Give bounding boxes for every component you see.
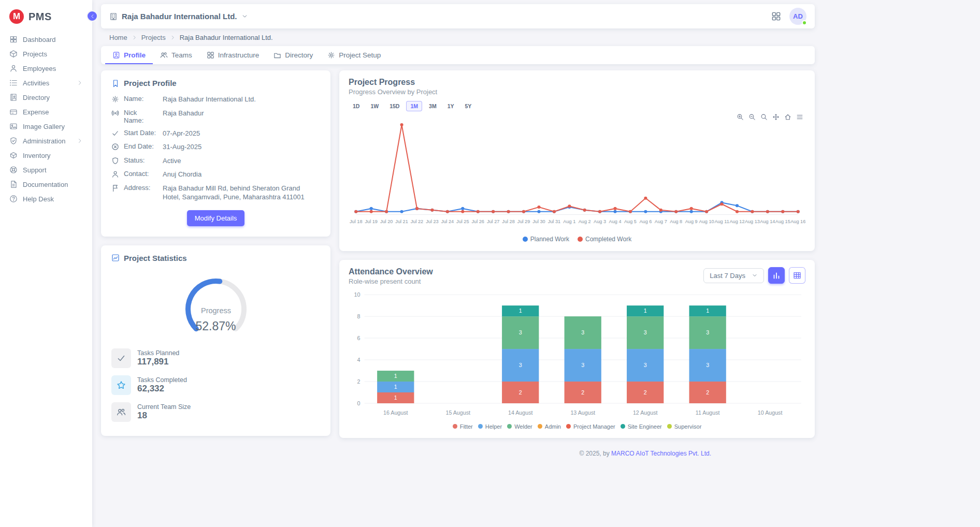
legend-item-completed-work[interactable]: Completed Work xyxy=(578,236,631,243)
user-avatar[interactable]: AD xyxy=(789,8,806,25)
chevron-down-icon xyxy=(241,13,248,20)
bar-view-button[interactable] xyxy=(768,267,785,284)
sidebar-item-dashboard[interactable]: Dashboard xyxy=(0,32,92,47)
sidebar-item-image-gallery[interactable]: Image Gallery xyxy=(0,119,92,134)
company-selector[interactable]: Raja Bahadur International Ltd. xyxy=(109,12,248,21)
zoom-in-icon[interactable] xyxy=(737,113,744,121)
employees-icon xyxy=(9,64,18,72)
profile-field-status: Status:Active xyxy=(111,156,320,166)
svg-text:3: 3 xyxy=(581,362,584,368)
home-icon[interactable] xyxy=(784,113,791,121)
shield-icon xyxy=(111,157,119,165)
svg-text:0: 0 xyxy=(357,400,360,406)
check-icon xyxy=(117,354,126,363)
sidebar-item-activities[interactable]: Activities xyxy=(0,76,92,90)
person-icon xyxy=(111,170,119,178)
sidebar-item-documentation[interactable]: Documentation xyxy=(0,177,92,192)
range-button-3m[interactable]: 3M xyxy=(425,101,441,111)
svg-text:1: 1 xyxy=(394,394,397,401)
top-header: Raja Bahadur International Ltd. AD xyxy=(101,4,815,28)
field-value: 31-Aug-2025 xyxy=(163,142,201,152)
breadcrumb-item-projects[interactable]: Projects xyxy=(141,34,166,41)
range-button-1w[interactable]: 1W xyxy=(366,101,383,111)
range-button-5y[interactable]: 5Y xyxy=(460,101,475,111)
svg-text:Aug 2: Aug 2 xyxy=(579,219,591,224)
range-button-1m[interactable]: 1M xyxy=(406,101,422,111)
table-view-button[interactable] xyxy=(789,267,805,284)
legend-item-supervisor[interactable]: Supervisor xyxy=(667,423,702,430)
sidebar-item-administration[interactable]: Administration xyxy=(0,134,92,148)
zoom-out-icon[interactable] xyxy=(748,113,756,121)
sidebar-item-label: Documentation xyxy=(23,181,68,188)
legend-label: Welder xyxy=(514,423,532,430)
sidebar-item-inventory[interactable]: Inventory xyxy=(0,148,92,163)
legend-item-project-manager[interactable]: Project Manager xyxy=(566,423,615,430)
svg-text:3: 3 xyxy=(706,362,709,368)
flag-icon xyxy=(111,184,119,192)
tab-label: Profile xyxy=(124,51,146,59)
people-icon xyxy=(117,407,126,417)
range-button-1d[interactable]: 1D xyxy=(349,101,364,111)
sidebar-item-help-desk[interactable]: Help Desk xyxy=(0,192,92,206)
svg-text:12 August: 12 August xyxy=(633,410,658,416)
range-button-15d[interactable]: 15D xyxy=(385,101,403,111)
tab-profile[interactable]: Profile xyxy=(105,46,153,64)
legend-dot xyxy=(578,237,583,242)
check-icon xyxy=(111,129,119,137)
broadcast-icon xyxy=(111,109,119,117)
sidebar-item-directory[interactable]: Directory xyxy=(0,90,92,105)
sidebar-item-projects[interactable]: Projects xyxy=(0,47,92,61)
field-label: Status: xyxy=(124,156,158,164)
sidebar-collapse-button[interactable] xyxy=(87,10,98,22)
svg-text:Jul 19: Jul 19 xyxy=(365,219,377,224)
brand[interactable]: M PMS xyxy=(0,0,92,32)
range-button-1y[interactable]: 1Y xyxy=(443,101,458,111)
legend-label: Project Manager xyxy=(573,423,615,430)
field-value: Raja Bahadur Mill Rd, behind Sheraton Gr… xyxy=(163,184,318,202)
sidebar-item-support[interactable]: Support xyxy=(0,163,92,177)
apps-grid-icon[interactable] xyxy=(771,11,781,21)
svg-text:Aug 10: Aug 10 xyxy=(699,219,714,224)
attendance-bar-chart[interactable]: 024681016 August11115 August14 August233… xyxy=(349,289,805,421)
expense-icon xyxy=(9,108,18,116)
legend-item-fitter[interactable]: Fitter xyxy=(453,423,473,430)
pan-icon[interactable] xyxy=(772,113,780,121)
modify-details-button[interactable]: Modify Details xyxy=(187,210,245,226)
dashboard-icon xyxy=(9,35,18,43)
svg-text:14 August: 14 August xyxy=(508,410,533,416)
sidebar-item-label: Expense xyxy=(23,108,49,116)
tab-project-setup[interactable]: Project Setup xyxy=(320,46,388,64)
legend-item-admin[interactable]: Admin xyxy=(538,423,561,430)
sidebar-item-expense[interactable]: Expense xyxy=(0,105,92,119)
svg-text:Aug 6: Aug 6 xyxy=(639,219,652,224)
svg-text:8: 8 xyxy=(357,313,360,319)
menu-icon[interactable] xyxy=(796,113,803,121)
field-label: Nick Name: xyxy=(124,109,158,124)
table-icon xyxy=(793,271,801,280)
svg-text:1: 1 xyxy=(644,308,647,314)
svg-text:Jul 26: Jul 26 xyxy=(472,219,484,224)
legend-item-planned-work[interactable]: Planned Work xyxy=(523,236,569,243)
svg-text:Jul 23: Jul 23 xyxy=(426,219,438,224)
activities-icon xyxy=(9,79,18,87)
svg-text:Jul 27: Jul 27 xyxy=(487,219,499,224)
footer-company-link[interactable]: MARCO AIoT Technologies Pvt. Ltd. xyxy=(611,450,711,457)
magnifier-icon[interactable] xyxy=(760,113,768,121)
svg-text:2: 2 xyxy=(519,389,522,396)
legend-item-welder[interactable]: Welder xyxy=(507,423,532,430)
sidebar-item-employees[interactable]: Employees xyxy=(0,61,92,76)
sidebar-item-label: Activities xyxy=(23,79,49,87)
tab-label: Project Setup xyxy=(339,51,381,59)
date-range-select[interactable]: Last 7 Days xyxy=(703,268,764,283)
tab-directory[interactable]: Directory xyxy=(266,46,320,64)
legend-item-site-engineer[interactable]: Site Engineer xyxy=(621,423,662,430)
svg-text:Jul 30: Jul 30 xyxy=(532,219,545,224)
breadcrumb-item-home[interactable]: Home xyxy=(109,34,127,41)
legend-item-helper[interactable]: Helper xyxy=(478,423,502,430)
sidebar-menu: DashboardProjectsEmployeesActivitiesDire… xyxy=(0,32,92,206)
project-progress-chart[interactable]: Jul 18Jul 19Jul 20Jul 21Jul 22Jul 23Jul … xyxy=(349,114,805,233)
main-content: Raja Bahadur International Ltd. AD HomeP… xyxy=(92,0,815,457)
tab-infrastructure[interactable]: Infrastructure xyxy=(199,46,267,64)
tab-teams[interactable]: Teams xyxy=(153,46,199,64)
breadcrumb: HomeProjectsRaja Bahadur International L… xyxy=(101,28,815,46)
